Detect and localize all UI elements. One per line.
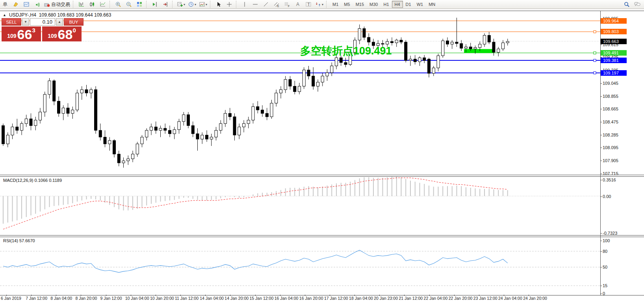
line-drag-handle[interactable] — [594, 52, 596, 54]
buy-button[interactable]: BUY — [64, 18, 84, 26]
chart-shift-icon[interactable] — [150, 0, 160, 9]
chart-title: ▲ USDJPY-,H4 109.680 109.683 109.644 109… — [3, 12, 111, 18]
volume-decrease-button[interactable]: ▼ — [22, 18, 29, 26]
timeframe-button-m15[interactable]: M15 — [353, 1, 367, 8]
macd-histogram-bar — [452, 186, 453, 196]
macd-histogram-bar — [49, 196, 50, 207]
signals-icon[interactable] — [32, 0, 42, 9]
template-caret[interactable]: ▾ — [206, 3, 207, 6]
rsi-tick-label: 100 — [603, 238, 610, 243]
vertical-line-tool-icon[interactable] — [239, 0, 250, 9]
time-axis-label: 15 Jan 12:00 — [250, 296, 274, 301]
timeframe-button-mn[interactable]: MN — [426, 1, 438, 8]
price-tick-label: 108.665 — [603, 107, 618, 111]
line-drag-handle[interactable] — [594, 30, 596, 33]
new-order-button[interactable]: 单 — [0, 0, 10, 9]
timeframe-button-h4[interactable]: H4 — [392, 1, 403, 8]
rsi-panel-canvas[interactable] — [0, 237, 600, 295]
add-indicator-icon[interactable]: ▾ — [176, 0, 186, 9]
search-icon[interactable] — [622, 0, 632, 9]
timeframe-button-m5[interactable]: M5 — [341, 1, 353, 8]
sell-button-label: SELL — [6, 20, 17, 24]
fibonacci-tool-icon[interactable]: F — [282, 0, 292, 9]
zoom-out-icon[interactable] — [124, 0, 134, 9]
macd-histogram-bar — [183, 196, 184, 198]
autotrading-button[interactable]: 自动交易 — [43, 0, 71, 9]
macd-histogram-bar — [364, 177, 365, 196]
macd-histogram-bar — [58, 196, 59, 206]
history-center-icon[interactable] — [11, 0, 21, 9]
timeframes-clock-icon[interactable]: ▾ — [187, 0, 197, 9]
line-drag-handle[interactable] — [594, 72, 596, 74]
macd-tick-label: 0.3516 — [603, 178, 616, 182]
sell-price-box[interactable]: 109 66 3 — [2, 26, 41, 41]
macd-histogram-bar — [77, 196, 78, 202]
market-watch-icon[interactable] — [21, 0, 32, 9]
text-tool-icon[interactable]: A — [293, 0, 303, 9]
toolbar-separator — [326, 1, 328, 8]
timeframe-button-d1[interactable]: D1 — [403, 1, 414, 8]
volume-input[interactable] — [30, 18, 55, 26]
macd-histogram-bar — [419, 183, 420, 196]
macd-histogram-bar — [354, 180, 355, 196]
arrows-tool-icon[interactable]: ▾ — [314, 0, 325, 9]
trendline-tool-icon[interactable] — [261, 0, 271, 9]
macd-histogram-bar — [109, 196, 110, 205]
timeframe-button-w1[interactable]: W1 — [414, 1, 426, 8]
macd-histogram-bar — [262, 193, 263, 196]
macd-histogram-bar — [392, 177, 392, 196]
macd-histogram-bar — [447, 186, 448, 196]
time-axis-label: 10 Jan 04:00 — [125, 296, 149, 301]
price-badge: 109.197 — [601, 70, 627, 76]
sell-price-main: 66 — [17, 29, 32, 40]
macd-histogram-bar — [40, 196, 41, 211]
timeframe-button-m1[interactable]: M1 — [330, 1, 341, 8]
arrows-caret[interactable]: ▾ — [322, 3, 323, 6]
buy-price-box[interactable]: 109 68 0 — [42, 26, 82, 41]
svg-text:F: F — [288, 5, 290, 7]
macd-histogram-bar — [442, 186, 443, 196]
timeframe-button-h1[interactable]: H1 — [380, 1, 392, 8]
time-axis-label: 20 Jan 23:00 — [374, 296, 398, 301]
buy-price-pip: 0 — [72, 27, 76, 34]
crosshair-tool-icon[interactable] — [224, 0, 234, 9]
bar-chart-type-icon[interactable] — [76, 0, 87, 9]
price-tick-label: 109.805 — [603, 29, 618, 34]
sell-button[interactable]: SELL — [2, 18, 21, 26]
tile-windows-icon[interactable] — [134, 0, 145, 9]
chat-icon[interactable] — [632, 0, 642, 9]
macd-histogram-bar — [95, 196, 96, 199]
svg-text:E: E — [277, 5, 279, 7]
timeframes-caret[interactable]: ▾ — [195, 3, 196, 6]
line-chart-type-icon[interactable] — [98, 0, 108, 9]
main-chart-canvas[interactable]: 多空转折点109.491 — [0, 11, 600, 175]
horizontal-line-tool-icon[interactable] — [250, 0, 260, 9]
svg-text:T: T — [308, 2, 310, 7]
chart-collapse-arrow[interactable]: ▲ — [3, 13, 6, 17]
macd-histogram-bar — [466, 187, 466, 196]
line-drag-handle[interactable] — [594, 59, 596, 62]
time-axis-label: 24 Jan 20:00 — [523, 296, 547, 301]
macd-histogram-bar — [63, 196, 64, 205]
time-axis-label: 23 Jan 12:00 — [473, 296, 497, 301]
macd-panel-canvas[interactable] — [0, 177, 600, 235]
timeframe-button-m30[interactable]: M30 — [367, 1, 380, 8]
template-icon[interactable]: ▾ — [198, 0, 208, 9]
channel-tool-icon[interactable]: E — [271, 0, 282, 9]
toolbar-separator — [146, 1, 148, 8]
toolbar-separator — [73, 1, 75, 8]
auto-scroll-icon[interactable] — [160, 0, 171, 9]
zoom-in-icon[interactable] — [113, 0, 123, 9]
price-badge: 109.491 — [601, 50, 627, 56]
macd-histogram-bar — [331, 185, 332, 196]
candlestick-chart-type-icon[interactable] — [87, 0, 97, 9]
volume-increase-button[interactable]: ▲ — [56, 18, 63, 26]
macd-histogram-bar — [271, 192, 272, 196]
macd-histogram-bar — [317, 187, 318, 196]
macd-histogram-bar — [248, 196, 249, 196]
macd-histogram-bar — [165, 196, 165, 201]
add-indicator-caret[interactable]: ▾ — [184, 3, 185, 6]
text-label-tool-icon[interactable]: T — [303, 0, 314, 9]
macd-histogram-bar — [507, 190, 508, 196]
cursor-tool-icon[interactable] — [213, 0, 224, 9]
